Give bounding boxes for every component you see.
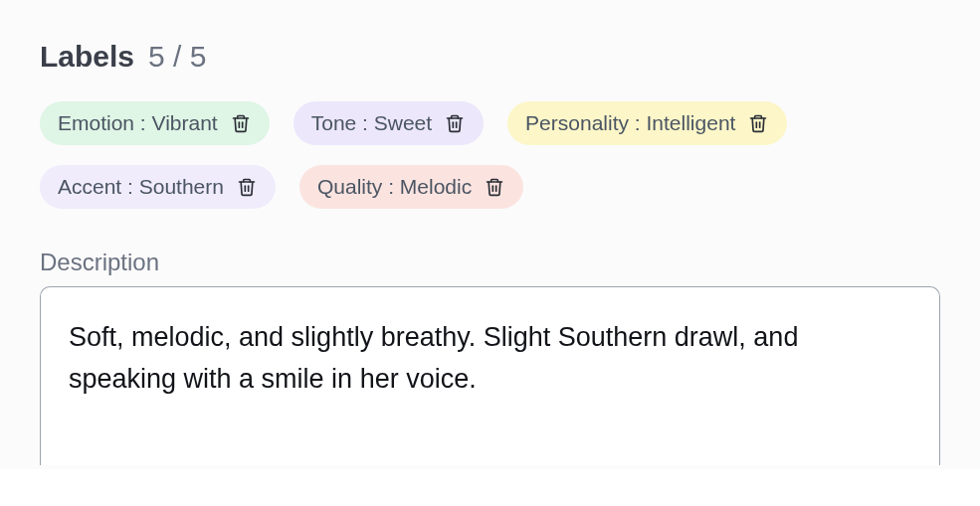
- trash-icon[interactable]: [484, 176, 505, 198]
- label-pill-emotion: Emotion : Vibrant: [40, 101, 270, 145]
- label-pill-personality: Personality : Intelligent: [507, 101, 787, 145]
- label-pill-text: Tone : Sweet: [311, 111, 432, 135]
- labels-row: Emotion : VibrantTone : SweetPersonality…: [40, 101, 940, 209]
- trash-icon[interactable]: [236, 176, 258, 198]
- label-pill-quality: Quality : Melodic: [299, 165, 523, 209]
- label-pill-text: Emotion : Vibrant: [58, 111, 218, 135]
- trash-icon[interactable]: [230, 112, 252, 134]
- label-pill-text: Quality : Melodic: [317, 175, 472, 199]
- label-pill-text: Accent : Southern: [58, 175, 224, 199]
- trash-icon[interactable]: [747, 112, 769, 134]
- description-textarea[interactable]: [40, 286, 940, 465]
- labels-title: Labels: [40, 40, 134, 74]
- labels-count: 5 / 5: [148, 40, 206, 74]
- label-pill-text: Personality : Intelligent: [525, 111, 735, 135]
- labels-section: Labels 5 / 5 Emotion : VibrantTone : Swe…: [0, 0, 980, 469]
- description-label: Description: [40, 249, 940, 276]
- labels-header: Labels 5 / 5: [40, 40, 940, 74]
- trash-icon[interactable]: [444, 112, 466, 134]
- label-pill-tone: Tone : Sweet: [294, 101, 484, 145]
- label-pill-accent: Accent : Southern: [40, 165, 276, 209]
